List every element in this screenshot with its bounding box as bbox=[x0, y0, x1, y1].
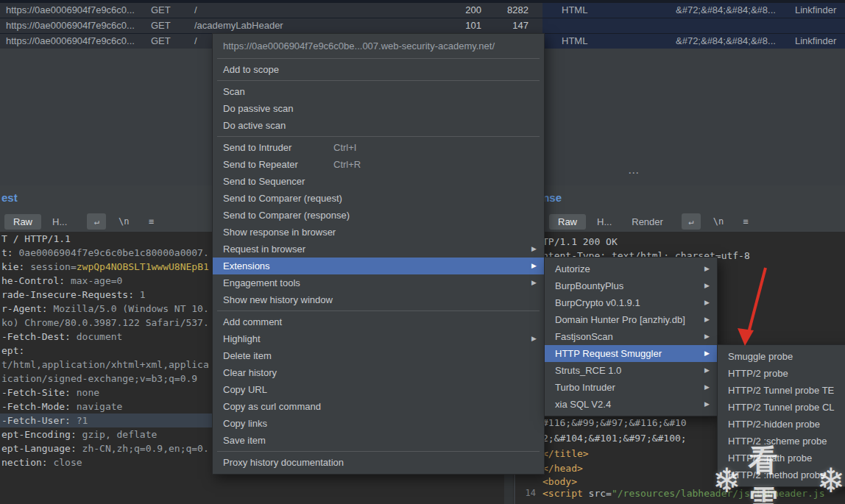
menu-item[interactable]: xia SQL V2.4▶ bbox=[545, 396, 717, 413]
menu-item[interactable]: Engagement tools▶ bbox=[213, 274, 544, 291]
menu-item[interactable]: Send to Sequencer bbox=[213, 173, 544, 190]
menu-item[interactable]: HTTP/2 :method probe bbox=[718, 466, 845, 483]
menu-item[interactable]: Show response in browser bbox=[213, 224, 544, 241]
menu-item-label: Send to Repeater bbox=[223, 156, 333, 173]
menu-item[interactable]: BurpCrypto v0.1.9.1▶ bbox=[545, 294, 717, 311]
response-line[interactable]: </title> bbox=[542, 448, 589, 459]
menu-item[interactable]: Copy links bbox=[213, 415, 544, 432]
submenu-arrow-icon: ▶ bbox=[701, 362, 710, 379]
menu-item-label: BurpBountyPlus bbox=[555, 277, 701, 294]
menu-item[interactable]: Add to scope bbox=[213, 61, 544, 78]
menu-item[interactable]: Request in browser▶ bbox=[213, 241, 544, 258]
menu-item[interactable]: Send to Comparer (response) bbox=[213, 207, 544, 224]
menu-item[interactable]: BurpBountyPlus▶ bbox=[545, 277, 717, 294]
menu-item[interactable]: Do active scan bbox=[213, 117, 544, 134]
menu-item[interactable]: Extensions▶ bbox=[213, 258, 544, 274]
menu-separator bbox=[217, 80, 540, 81]
response-line[interactable]: TP/1.1 200 OK bbox=[542, 236, 618, 247]
menu-item-label: Highlight bbox=[223, 330, 333, 347]
table-row[interactable]: https://0ae0006904f7e9c6c0...GET/academy… bbox=[0, 18, 845, 33]
menu-item[interactable]: Show new history window bbox=[213, 291, 544, 308]
context-menu-url-title: https://0ae0006904f7e9c6c0be...007.web-s… bbox=[213, 37, 544, 56]
wrap-lines-icon[interactable]: ↵ bbox=[87, 213, 106, 230]
menu-item[interactable]: HTTP/2 Tunnel probe TE bbox=[718, 382, 845, 399]
menu-item[interactable]: Send to Comparer (request) bbox=[213, 190, 544, 207]
menu-item[interactable]: Highlight▶ bbox=[213, 330, 544, 347]
menu-item[interactable]: HTTP/2 :path probe bbox=[718, 450, 845, 466]
table-row[interactable]: https://0ae0006904f7e9c6c0...GET/2008282… bbox=[0, 3, 845, 18]
menu-item-label: Show response in browser bbox=[223, 224, 343, 241]
menu-item[interactable]: Struts_RCE 1.0▶ bbox=[545, 362, 717, 379]
menu-item-label: Add comment bbox=[223, 313, 333, 330]
menu-item[interactable]: Send to IntruderCtrl+I bbox=[213, 139, 544, 156]
tab-raw[interactable]: Raw bbox=[4, 214, 41, 230]
menu-item[interactable]: Proxy history documentation bbox=[213, 454, 544, 471]
menu-item[interactable]: Save item bbox=[213, 432, 544, 449]
submenu-arrow-icon: ▶ bbox=[528, 274, 537, 291]
menu-item[interactable]: HTTP Request Smuggler▶ bbox=[545, 345, 717, 362]
menu-item[interactable]: Do passive scan bbox=[213, 100, 544, 117]
text-segment: </head> bbox=[542, 463, 583, 474]
menu-item[interactable]: Copy as curl command bbox=[213, 398, 544, 415]
tab-raw[interactable]: Raw bbox=[549, 214, 586, 230]
menu-item[interactable]: HTTP/2 :scheme probe bbox=[718, 433, 845, 450]
newline-icon[interactable]: \n bbox=[114, 213, 133, 230]
splitter-handle[interactable]: ⋯ bbox=[628, 166, 640, 180]
cell-extension bbox=[795, 18, 842, 33]
menu-item-label: Smuggle probe bbox=[728, 348, 845, 365]
menu-item[interactable]: HTTP/2-hidden probe bbox=[718, 416, 845, 433]
text-segment: gzip, deflate bbox=[82, 429, 158, 440]
menu-item-label: Send to Comparer (request) bbox=[223, 190, 350, 207]
menu-icon[interactable]: ≡ bbox=[141, 213, 160, 230]
menu-item[interactable]: Smuggle probe bbox=[718, 348, 845, 365]
cell-url: https://0ae0006904f7e9c6c0... bbox=[6, 3, 143, 18]
text-segment: close bbox=[53, 457, 82, 468]
menu-item-label: Copy links bbox=[223, 415, 333, 432]
menu-item[interactable]: FastjsonScan▶ bbox=[545, 328, 717, 345]
menu-item-label: Proxy history documentation bbox=[223, 454, 351, 471]
smuggler-menu-items: Smuggle probeHTTP/2 probeHTTP/2 Tunnel p… bbox=[718, 348, 845, 483]
menu-item-label: HTTP/2 :method probe bbox=[728, 466, 845, 483]
menu-item[interactable]: Autorize▶ bbox=[545, 260, 717, 277]
newline-icon[interactable]: \n bbox=[709, 213, 728, 230]
menu-item[interactable]: HTTP/2 Tunnel probe CL bbox=[718, 399, 845, 416]
line-number: 14 bbox=[515, 488, 536, 498]
menu-item-label: Scan bbox=[223, 83, 333, 100]
menu-item[interactable]: Clear history bbox=[213, 364, 544, 381]
menu-item[interactable]: Domain Hunter Pro [anzhiy.db]▶ bbox=[545, 311, 717, 328]
menu-icon[interactable]: ≡ bbox=[736, 213, 755, 230]
text-segment: max-age=0 bbox=[71, 275, 122, 286]
response-line[interactable]: <script src="/resources/labheader/js/lab… bbox=[542, 488, 825, 499]
response-line[interactable]: #116;&#99;&#97;&#116;&#10 bbox=[542, 417, 687, 428]
menu-item[interactable]: Scan bbox=[213, 83, 544, 100]
menu-item-label: HTTP/2 Tunnel probe TE bbox=[728, 382, 845, 399]
menu-item[interactable]: Delete item bbox=[213, 347, 544, 364]
menu-item[interactable]: Add comment bbox=[213, 313, 544, 330]
tab-render[interactable]: Render bbox=[623, 214, 672, 230]
submenu-arrow-icon: ▶ bbox=[701, 311, 710, 328]
menu-item-label: Show new history window bbox=[223, 291, 340, 308]
menu-item[interactable]: Turbo Intruder▶ bbox=[545, 379, 717, 396]
tab-headers[interactable]: H... bbox=[588, 214, 621, 230]
menu-item[interactable]: HTTP/2 probe bbox=[718, 365, 845, 382]
response-line[interactable]: <body> bbox=[542, 476, 577, 487]
menu-item-label: HTTP Request Smuggler bbox=[555, 345, 701, 362]
text-segment: nection: bbox=[1, 457, 53, 468]
cell-url: https://0ae0006904f7e9c6c0... bbox=[6, 18, 143, 33]
menu-item[interactable]: Copy URL bbox=[213, 381, 544, 398]
smuggler-submenu: Smuggle probeHTTP/2 probeHTTP/2 Tunnel p… bbox=[717, 344, 845, 487]
extensions-submenu: Autorize▶BurpBountyPlus▶BurpCrypto v0.1.… bbox=[544, 257, 718, 416]
text-segment: zwpQp4NOBSLT1wwwU8NEpB1 bbox=[77, 261, 209, 272]
menu-item-label: Domain Hunter Pro [anzhiy.db] bbox=[555, 311, 701, 328]
tab-headers[interactable]: H... bbox=[43, 214, 76, 230]
wrap-lines-icon[interactable]: ↵ bbox=[682, 213, 701, 230]
response-tabbar: Raw H... Render ↵ \n ≡ bbox=[515, 212, 845, 231]
cell-mime: HTML bbox=[562, 3, 628, 18]
response-line[interactable]: 2;&#104;&#101;&#97;&#100; bbox=[542, 433, 687, 444]
extensions-menu-items: Autorize▶BurpBountyPlus▶BurpCrypto v0.1.… bbox=[545, 260, 717, 413]
cell-path: /academyLabHeader bbox=[194, 18, 437, 33]
response-line[interactable]: </head> bbox=[542, 463, 583, 474]
menu-item[interactable]: Send to RepeaterCtrl+R bbox=[213, 156, 544, 173]
cell-extension: Linkfinder bbox=[795, 3, 842, 18]
text-segment: -Fetch-User: bbox=[1, 415, 77, 426]
